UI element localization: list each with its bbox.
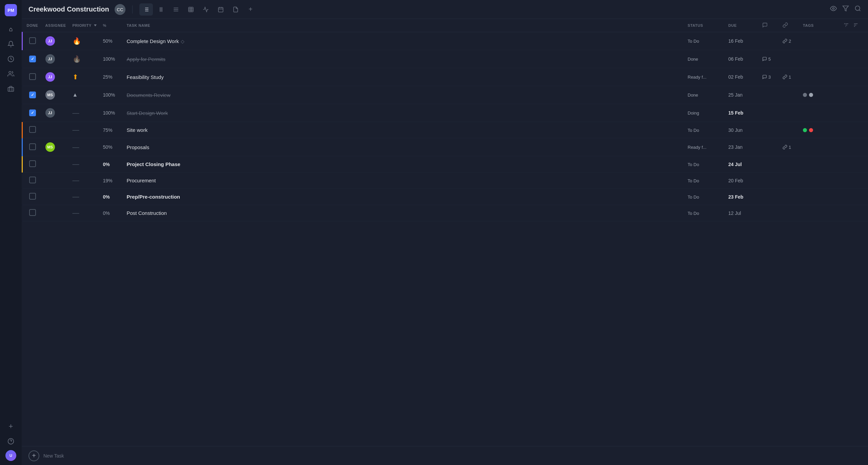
table-row[interactable]: —19%ProcurementTo Do20 Feb [22, 173, 868, 189]
done-checkbox[interactable] [29, 73, 36, 80]
done-checkbox[interactable] [29, 109, 36, 116]
done-checkbox[interactable] [29, 126, 36, 133]
header-assignee[interactable]: ASSIGNEE [43, 19, 70, 32]
app-logo[interactable]: PM [5, 4, 17, 16]
svg-rect-19 [189, 7, 193, 12]
header-task-name[interactable]: TASK NAME [124, 19, 685, 32]
done-checkbox[interactable] [29, 177, 36, 183]
sidebar-item-briefcase[interactable] [5, 83, 17, 95]
header-status[interactable]: STATUS [685, 19, 726, 32]
gantt-view-tab[interactable] [154, 3, 168, 16]
done-checkbox[interactable] [29, 92, 36, 98]
topbar-divider [132, 5, 133, 14]
search-icon[interactable] [854, 5, 861, 14]
done-checkbox[interactable] [29, 193, 36, 200]
arrow-up-priority-icon: ⬆ [73, 73, 78, 81]
header-done[interactable]: DONE [22, 19, 43, 32]
sidebar-item-clock[interactable] [5, 53, 17, 65]
task-name[interactable]: Proposals [127, 144, 150, 150]
sidebar-item-people[interactable] [5, 68, 17, 80]
bottombar: + New Task [22, 446, 868, 465]
due-date: 20 Feb [728, 178, 743, 183]
tag-dot [803, 128, 807, 132]
task-name[interactable]: Post Construction [127, 210, 167, 216]
fire-priority-icon: 🔥 [73, 37, 81, 45]
list-view-tab[interactable] [139, 3, 153, 16]
done-checkbox[interactable] [29, 56, 36, 62]
sidebar-help-icon[interactable] [5, 435, 17, 447]
done-checkbox[interactable] [29, 160, 36, 167]
svg-marker-29 [843, 6, 849, 11]
done-checkbox[interactable] [29, 209, 36, 216]
assignee-avatar: MS [45, 90, 55, 100]
table-row[interactable]: —0%Post ConstructionTo Do12 Jul [22, 205, 868, 221]
dash-priority-icon: — [73, 109, 79, 117]
main-content: Creekwood Construction CC [22, 0, 868, 465]
topbar: Creekwood Construction CC [22, 0, 868, 19]
status-badge: To Do [688, 178, 699, 183]
status-badge: To Do [688, 39, 699, 44]
header-due[interactable]: DUE [726, 19, 760, 32]
flame-low-priority-icon: 🔥 [73, 55, 81, 63]
svg-point-1 [9, 72, 11, 74]
header-sort-controls[interactable] [841, 19, 868, 32]
header-links[interactable] [780, 19, 800, 32]
task-table-container: DONE ASSIGNEE PRIORITY % TASK NAME [22, 19, 868, 446]
table-row[interactable]: JJ🔥100%Apply for PermitsDone06 Feb 5 [22, 50, 868, 68]
task-name[interactable]: Feasibility Study [127, 74, 164, 80]
filter-icon[interactable] [842, 5, 849, 14]
task-name[interactable]: Site work [127, 127, 148, 133]
table-row[interactable]: —75%Site workTo Do30 Jun [22, 122, 868, 138]
dash-priority-icon: — [73, 209, 79, 217]
table-row[interactable]: MS▲100%Documents ReviewDone25 Jan [22, 86, 868, 104]
board-view-tab[interactable] [169, 3, 183, 16]
done-checkbox[interactable] [29, 143, 36, 150]
percent-value: 0% [103, 194, 110, 200]
watch-icon[interactable] [830, 5, 837, 14]
sidebar-add-button[interactable]: + [5, 420, 17, 432]
tag-dot [809, 93, 813, 97]
table-row[interactable]: JJ🔥50%Complete Design Work◇To Do16 Feb 2 [22, 32, 868, 50]
tag-dot [803, 93, 807, 97]
percent-value: 100% [103, 110, 115, 116]
task-name[interactable]: Start Design Work [127, 110, 168, 116]
link-count: 2 [783, 39, 797, 44]
comment-count: 5 [762, 57, 777, 62]
dash-priority-icon: — [73, 160, 79, 168]
add-view-tab[interactable]: + [244, 3, 257, 16]
table-row[interactable]: JJ—100%Start Design WorkDoing15 Feb [22, 104, 868, 122]
table-row[interactable]: MS—50%ProposalsReady f...23 Jan 1 [22, 138, 868, 156]
assignee-avatar: JJ [45, 54, 55, 64]
table-row[interactable]: —0%Prep/Pre-constructionTo Do23 Feb [22, 189, 868, 205]
task-name[interactable]: Documents Review [127, 92, 171, 98]
doc-view-tab[interactable] [229, 3, 242, 16]
status-badge: To Do [688, 211, 699, 216]
project-avatar[interactable]: CC [115, 4, 125, 15]
task-name[interactable]: Procurement [127, 178, 156, 183]
dash-priority-icon: — [73, 193, 79, 200]
table-row[interactable]: JJ⬆25%Feasibility StudyReady f...02 Feb … [22, 68, 868, 86]
header-percent[interactable]: % [100, 19, 124, 32]
add-task-button[interactable]: + [28, 450, 39, 461]
svg-line-31 [859, 10, 861, 11]
sidebar-item-home[interactable]: ⌂ [5, 23, 17, 35]
header-comments[interactable] [760, 19, 780, 32]
percent-value: 75% [103, 127, 113, 133]
task-name[interactable]: Project Closing Phase [127, 161, 180, 167]
table-view-tab[interactable] [184, 3, 198, 16]
done-checkbox[interactable] [29, 37, 36, 44]
table-row[interactable]: —0%Project Closing PhaseTo Do24 Jul [22, 156, 868, 173]
chart-view-tab[interactable] [199, 3, 213, 16]
sidebar: PM ⌂ + U [0, 0, 22, 465]
task-name[interactable]: Prep/Pre-construction [127, 194, 180, 200]
calendar-view-tab[interactable] [214, 3, 228, 16]
svg-text:CC: CC [117, 7, 123, 12]
task-name[interactable]: Complete Design Work [127, 38, 179, 44]
header-priority[interactable]: PRIORITY [70, 19, 100, 32]
user-avatar[interactable]: U [5, 450, 16, 461]
task-name[interactable]: Apply for Permits [127, 56, 165, 62]
header-tags[interactable]: TAGS [800, 19, 841, 32]
priority-sort-icon [94, 24, 97, 27]
due-date: 23 Feb [728, 194, 743, 200]
sidebar-item-notifications[interactable] [5, 38, 17, 50]
